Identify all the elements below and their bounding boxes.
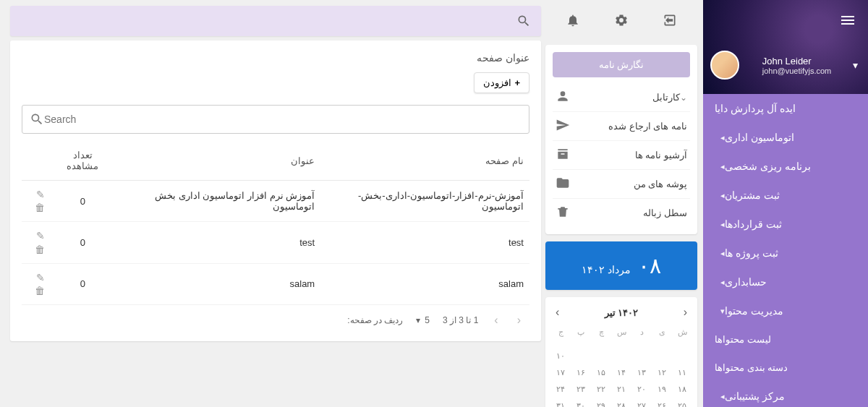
logout-icon[interactable] (663, 13, 677, 30)
col-page-name[interactable]: نام صفحه (320, 141, 529, 181)
calendar-header: ‹ ۱۴۰۲ تیر › (551, 304, 692, 320)
calendar-weekday: س (612, 325, 631, 340)
menu-support[interactable]: مرکز پشتیبانی ◂ (703, 382, 868, 407)
calendar-next[interactable]: ‹ (679, 304, 692, 320)
calendar-day[interactable]: ۱۳ (632, 365, 651, 380)
delete-icon[interactable]: 🗑 (27, 243, 45, 256)
calendar-day[interactable]: ۳۱ (551, 398, 570, 407)
calendar-day[interactable]: ۱۴ (612, 365, 631, 380)
calendar-day[interactable]: ۳۰ (571, 398, 590, 407)
calendar-weekday: ش (673, 325, 692, 340)
top-search-bar[interactable] (10, 6, 541, 36)
calendar-day[interactable]: ۲۴ (551, 382, 570, 397)
submenu-content-list[interactable]: لیست محتواها (703, 325, 868, 354)
calendar-day (673, 348, 692, 364)
date-card: ۰۸ مرداد ۱۴۰۲ (545, 241, 697, 290)
calendar-day[interactable]: ۲۷ (632, 398, 651, 407)
data-table: نام صفحه عنوان تعداد مشاهده آموزش-نرم-اف… (22, 141, 529, 305)
calendar-day[interactable]: ۱۸ (673, 382, 692, 397)
search-icon (516, 14, 531, 28)
cell-page-name: salam (320, 263, 529, 304)
chevron-left-icon: ◂ (720, 392, 725, 401)
menu-customers[interactable]: ثبت مشتریان ◂ (703, 181, 868, 210)
calendar-day (632, 341, 651, 347)
compose-button[interactable]: نگارش نامه (553, 52, 690, 77)
settings-icon[interactable] (614, 13, 629, 30)
calendar-day[interactable]: ۱۷ (551, 365, 570, 380)
menu-contracts[interactable]: ثبت قراردادها ◂ (703, 210, 868, 239)
main-wrapper: عنوان صفحه + افزودن نام صفحه عنوان تعداد… (0, 0, 703, 407)
col-title[interactable]: عنوان (115, 141, 320, 181)
calendar-day[interactable]: ۲۸ (612, 398, 631, 407)
table-row[interactable]: آموزش-نرم-افزار-اتوماسیون-اداری-بخش-اتوم… (22, 181, 529, 222)
submenu-content-categories[interactable]: دسته بندی محتواها (703, 354, 868, 382)
calendar-day (571, 341, 590, 347)
user-menu-chevron[interactable]: ▾ (850, 56, 861, 74)
cartable-label: نامه های ارجاع شده (574, 121, 687, 132)
avatar[interactable] (710, 51, 739, 80)
cartable-trash[interactable]: سطل زباله (553, 199, 690, 227)
edit-icon[interactable]: ✎ (27, 271, 45, 284)
menu-content-management[interactable]: مدیریت محتوا ▾ (703, 296, 868, 325)
page-prev-button[interactable]: ‹ (514, 314, 524, 327)
calendar-day[interactable]: ۱۲ (652, 365, 671, 380)
cell-page-name: test (320, 222, 529, 263)
calendar-day[interactable]: ۲۶ (652, 398, 671, 407)
menu-label: مرکز پشتیبانی (725, 390, 785, 402)
calendar-day[interactable]: ۱۹ (652, 382, 671, 397)
cartable-kartabl[interactable]: ⌄ کارتابل (553, 83, 690, 112)
chevron-left-icon: ◂ (720, 191, 725, 200)
user-email: john@vuetifyjs.com (762, 67, 832, 75)
menu-personal-planning[interactable]: برنامه ریزی شخصی ◂ (703, 152, 868, 181)
calendar-day[interactable]: ۲۱ (612, 382, 631, 397)
page-next-button[interactable]: › (491, 314, 501, 327)
cartable-referred[interactable]: نامه های ارجاع شده (553, 112, 690, 141)
chevron-left-icon: ◂ (720, 278, 725, 287)
table-row[interactable]: salamsalam0✎🗑 (22, 263, 529, 304)
edit-icon[interactable]: ✎ (27, 188, 45, 201)
calendar-day[interactable]: ۲۲ (592, 382, 610, 397)
calendar-weekday: پ (571, 325, 590, 340)
calendar-day[interactable]: ۱۱ (673, 365, 692, 380)
cartable-archive[interactable]: آرشیو نامه ها (553, 141, 690, 170)
rows-per-page-select[interactable]: 5 ▾ (416, 315, 430, 325)
cartable-label: پوشه های من (574, 179, 687, 189)
calendar-day[interactable]: ۲۰ (632, 382, 651, 397)
table-search[interactable] (22, 105, 529, 134)
add-button-label: افزودن (483, 77, 511, 88)
col-views[interactable]: تعداد مشاهده (51, 141, 115, 181)
calendar-day[interactable]: ۲۳ (571, 382, 590, 397)
bell-icon[interactable] (566, 13, 580, 30)
menu-projects[interactable]: ثبت پروژه ها ◂ (703, 239, 868, 267)
calendar-weekday: ج (551, 325, 570, 340)
table-row[interactable]: testtest0✎🗑 (22, 222, 529, 263)
add-button[interactable]: + افزودن (474, 72, 529, 93)
calendar-day[interactable]: ۲۹ (592, 398, 610, 407)
send-icon (556, 118, 570, 134)
user-name: John Leider (762, 56, 832, 67)
calendar-day (592, 341, 610, 347)
cartable-label: سطل زباله (574, 207, 687, 218)
delete-icon[interactable]: 🗑 (27, 201, 45, 214)
edit-icon[interactable]: ✎ (27, 229, 45, 242)
hamburger-button[interactable] (830, 3, 865, 38)
menu-accounting[interactable]: حسابداری ◂ (703, 267, 868, 296)
submenu-label: لیست محتواها (715, 334, 771, 345)
search-icon (30, 112, 44, 127)
delete-icon[interactable]: 🗑 (27, 284, 45, 297)
user-block: ▾ John Leider john@vuetifyjs.com (703, 51, 868, 87)
calendar-day (632, 348, 651, 364)
cell-title: آموزش نرم افزار اتوماسیون اداری بخش اتوم… (115, 181, 320, 222)
calendar-day[interactable]: ۲۵ (673, 398, 692, 407)
calendar-grid: شیدسچپج۱۰۱۱۱۲۱۳۱۴۱۵۱۶۱۷۱۸۱۹۲۰۲۱۲۲۲۳۲۴۲۵۲… (551, 325, 692, 407)
calendar-day[interactable]: ۱۰ (551, 348, 570, 364)
calendar-day[interactable]: ۱۵ (592, 365, 610, 380)
calendar-day[interactable]: ۱۶ (571, 365, 590, 380)
compose-card: نگارش نامه ⌄ کارتابل نامه های ارجاع شده … (545, 45, 697, 234)
calendar-day (673, 341, 692, 347)
cartable-folders[interactable]: پوشه های من (553, 170, 690, 199)
menu-automation[interactable]: اتوماسیون اداری ◂ (703, 123, 868, 152)
calendar-day (612, 341, 631, 347)
table-search-input[interactable] (44, 113, 522, 125)
calendar-prev[interactable]: › (551, 304, 563, 320)
